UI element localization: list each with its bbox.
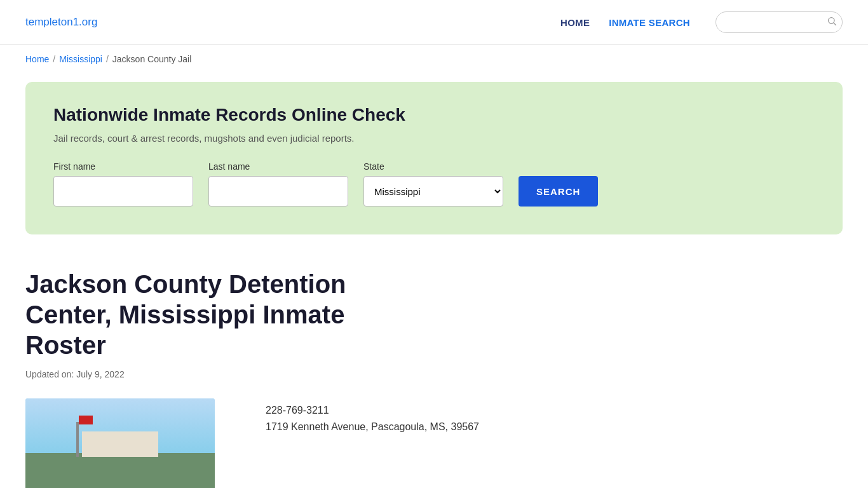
- search-button[interactable]: SEARCH: [519, 176, 598, 207]
- content-row: 228-769-3211 1719 Kenneth Avenue, Pascag…: [25, 398, 843, 488]
- search-panel-title: Nationwide Inmate Records Online Check: [53, 105, 815, 125]
- nav-link-inmate-search[interactable]: INMATE SEARCH: [609, 17, 690, 28]
- last-name-input[interactable]: [208, 176, 348, 207]
- breadcrumb-home[interactable]: Home: [25, 54, 49, 64]
- main-content: Jackson County Detention Center, Mississ…: [0, 243, 868, 488]
- breadcrumb-current: Jackson County Jail: [112, 54, 192, 64]
- state-group: State Mississippi: [363, 161, 503, 207]
- facility-address: 1719 Kenneth Avenue, Pascagoula, MS, 395…: [266, 421, 479, 433]
- navbar: templeton1.org HOME INMATE SEARCH: [0, 0, 868, 45]
- search-panel-description: Jail records, court & arrest records, mu…: [53, 133, 815, 144]
- facility-image-building: [82, 431, 158, 457]
- search-panel: Nationwide Inmate Records Online Check J…: [25, 82, 843, 234]
- nav-brand[interactable]: templeton1.org: [25, 16, 97, 29]
- facility-image-flag: [79, 416, 93, 424]
- svg-point-0: [829, 18, 834, 24]
- nav-search-box: [715, 11, 843, 33]
- breadcrumb-sep-1: /: [53, 54, 55, 64]
- nav-links: HOME INMATE SEARCH: [560, 17, 690, 28]
- breadcrumb-sep-2: /: [106, 54, 109, 64]
- state-select[interactable]: Mississippi: [363, 176, 503, 207]
- first-name-group: First name: [53, 161, 193, 207]
- search-icon: [827, 16, 837, 29]
- svg-line-1: [834, 23, 836, 25]
- updated-date: Updated on: July 9, 2022: [25, 369, 843, 379]
- first-name-label: First name: [53, 161, 193, 172]
- last-name-group: Last name: [208, 161, 348, 207]
- facility-image-pole: [76, 422, 79, 457]
- facility-image: [25, 398, 215, 488]
- search-fields: First name Last name State Mississippi S…: [53, 161, 815, 207]
- facility-phone: 228-769-3211: [266, 405, 479, 416]
- first-name-input[interactable]: [53, 176, 193, 207]
- breadcrumb: Home / Mississippi / Jackson County Jail: [0, 45, 868, 73]
- breadcrumb-mississippi[interactable]: Mississippi: [59, 54, 102, 64]
- state-label: State: [363, 161, 503, 172]
- facility-info: 228-769-3211 1719 Kenneth Avenue, Pascag…: [266, 398, 479, 433]
- page-title: Jackson County Detention Center, Mississ…: [25, 269, 419, 360]
- nav-link-home[interactable]: HOME: [560, 17, 590, 28]
- nav-search-input[interactable]: [725, 17, 827, 27]
- last-name-label: Last name: [208, 161, 348, 172]
- facility-image-ground: [25, 453, 215, 488]
